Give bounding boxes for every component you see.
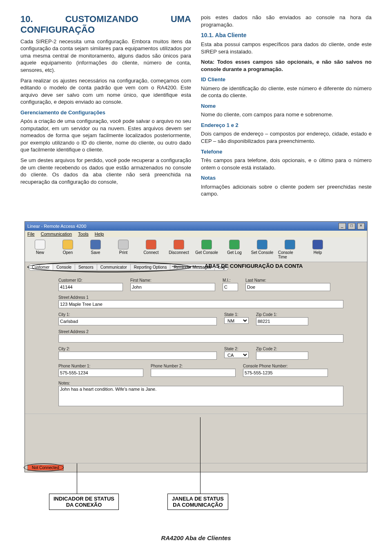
mi-input[interactable]: [223, 283, 238, 291]
paragraph: Se um destes arquivos for perdido, você …: [20, 157, 191, 185]
label-state2: State 2:: [224, 347, 249, 351]
label-state1: State 1:: [224, 312, 249, 317]
get-log-button[interactable]: Get Log: [223, 240, 246, 259]
city2-input[interactable]: [58, 352, 217, 360]
section-heading: 10. CUSTOMIZANDO UMA CONFIGURAÇÃO: [20, 14, 191, 36]
disconnect-button[interactable]: Disconnect: [167, 240, 191, 259]
disconnect-icon: [174, 240, 184, 249]
help-button[interactable]: Help: [306, 240, 330, 259]
label-phone1: Phone Number 1:: [58, 364, 143, 368]
new-icon: [35, 240, 45, 249]
callout-connection-status: INDICADOR DE STATUS DA CONEXÃO: [49, 494, 119, 510]
maximize-button[interactable]: □: [348, 223, 355, 229]
screenshot-container: Linear - Remote Access 4200 _ □ × File C…: [0, 221, 392, 541]
toolbar-label: Print: [119, 250, 128, 255]
toolbar-label: Get Log: [227, 250, 242, 255]
term-nome: Nome: [201, 102, 372, 110]
customer-id-input[interactable]: [58, 283, 123, 291]
connect-icon: [146, 240, 156, 249]
help-icon: [312, 240, 323, 249]
label-console-phone: Console Phone Number:: [243, 364, 328, 368]
tab-customer[interactable]: Customer: [29, 264, 53, 270]
paragraph: Informações adicionais sobre o cliente p…: [201, 183, 372, 198]
set-console-icon: [257, 240, 267, 249]
menu-file[interactable]: File: [27, 231, 35, 236]
two-column-layout: 10. CUSTOMIZANDO UMA CONFIGURAÇÃO Cada S…: [20, 12, 372, 201]
label-city1: City 1:: [58, 312, 217, 317]
set-console-button[interactable]: Set Console: [250, 240, 274, 259]
menubar: File Communication Tools Help: [25, 231, 367, 237]
label-phone2: Phone Number 2:: [151, 364, 236, 368]
label-first-name: First Name:: [130, 278, 215, 283]
term-id-cliente: ID Cliente: [201, 76, 372, 83]
label-mi: M.I.:: [223, 278, 238, 283]
phone1-input[interactable]: [58, 369, 143, 377]
print-button[interactable]: Print: [111, 240, 135, 259]
label-zip2: Zip Code 2:: [256, 347, 308, 351]
toolbar-label: Help: [314, 250, 322, 255]
save-icon: [90, 240, 101, 249]
tab-communicator[interactable]: Communicator: [97, 264, 131, 270]
paragraph: Número de identificação do cliente, este…: [201, 85, 372, 99]
menu-help[interactable]: Help: [95, 231, 104, 236]
menu-tools[interactable]: Tools: [78, 231, 89, 236]
new-button[interactable]: New: [28, 240, 52, 259]
tabs-annotation-label: ABAS DE CONFIGURAÇÃO DA CONTA: [205, 263, 303, 269]
phone2-input[interactable]: [151, 369, 236, 377]
callout-line-right: [200, 417, 200, 494]
save-button[interactable]: Save: [84, 240, 107, 259]
console-phone-input[interactable]: [243, 369, 328, 377]
last-name-input[interactable]: [245, 283, 330, 291]
street2-input[interactable]: [58, 334, 343, 343]
state2-select[interactable]: CA: [224, 352, 249, 358]
paragraph: Para realizar os ajustes necessários na …: [20, 77, 191, 106]
console-time-button[interactable]: Console Time: [278, 240, 302, 259]
get-log-icon: [229, 240, 240, 249]
annotation-callouts: INDICADOR DE STATUS DA CONEXÃO JANELA DE…: [24, 472, 368, 534]
tab-sensors[interactable]: Sensors: [75, 264, 97, 270]
document-page: 10. CUSTOMIZANDO UMA CONFIGURAÇÃO Cada S…: [0, 0, 392, 205]
zip1-input[interactable]: [256, 317, 308, 325]
toolbar: NewOpenSavePrintConnectDisconnectGet Con…: [25, 237, 367, 262]
callout-text: JANELA DE STATUS DA COMUNICAÇÃO: [172, 496, 224, 508]
street1-input[interactable]: [58, 300, 343, 308]
label-street1: Street Address 1: [58, 295, 343, 300]
paragraph-note: Nota: Todos esses campos são opcionais, …: [201, 58, 372, 73]
get-console-button[interactable]: Get Console: [195, 240, 218, 259]
status-bar: Not Connected: [25, 463, 367, 472]
close-button[interactable]: ×: [357, 223, 365, 229]
subsection-title: Aba Cliente: [215, 32, 247, 38]
first-name-input[interactable]: [130, 283, 215, 291]
label-customer-id: Customer ID:: [58, 278, 123, 283]
subsection-number: 10.1.: [201, 32, 214, 38]
menu-communication[interactable]: Communication: [41, 231, 72, 236]
section-number: 10.: [20, 14, 33, 24]
toolbar-label: New: [36, 250, 44, 255]
notes-textarea[interactable]: [58, 386, 343, 406]
paragraph: Dois campos de endereço – compostos por …: [201, 130, 372, 145]
app-window: Linear - Remote Access 4200 _ □ × File C…: [24, 221, 368, 472]
toolbar-label: Set Console: [251, 250, 273, 255]
connect-button[interactable]: Connect: [139, 240, 163, 259]
print-icon: [118, 240, 129, 249]
tab-bar: CustomerConsoleSensorsCommunicatorReport…: [25, 262, 367, 271]
city1-input[interactable]: [58, 317, 217, 325]
minimize-button[interactable]: _: [339, 223, 346, 229]
window-controls: _ □ ×: [338, 223, 365, 229]
toolbar-label: Connect: [143, 250, 158, 255]
label-notes: Notes:: [58, 381, 343, 385]
callout-text: INDICADOR DE STATUS DA CONEXÃO: [53, 496, 114, 508]
tab-console[interactable]: Console: [53, 264, 75, 270]
subsection-heading: 10.1. Aba Cliente: [201, 31, 372, 39]
term-notas: Notas: [201, 174, 372, 182]
tab-reporting-options[interactable]: Reporting Options: [131, 264, 171, 270]
paragraph: Esta aba possui campos específicos para …: [201, 41, 372, 55]
term-endereco: Endereço 1 e 2: [201, 122, 372, 129]
zip2-input[interactable]: [256, 352, 308, 360]
label-zip1: Zip Code 1:: [256, 312, 308, 317]
communication-status-panel: [25, 414, 367, 463]
toolbar-label: Get Console: [195, 250, 218, 255]
section-title-text: CUSTOMIZANDO UMA CONFIGURAÇÃO: [20, 14, 191, 35]
state1-select[interactable]: NM: [224, 317, 249, 324]
open-button[interactable]: Open: [56, 240, 80, 259]
